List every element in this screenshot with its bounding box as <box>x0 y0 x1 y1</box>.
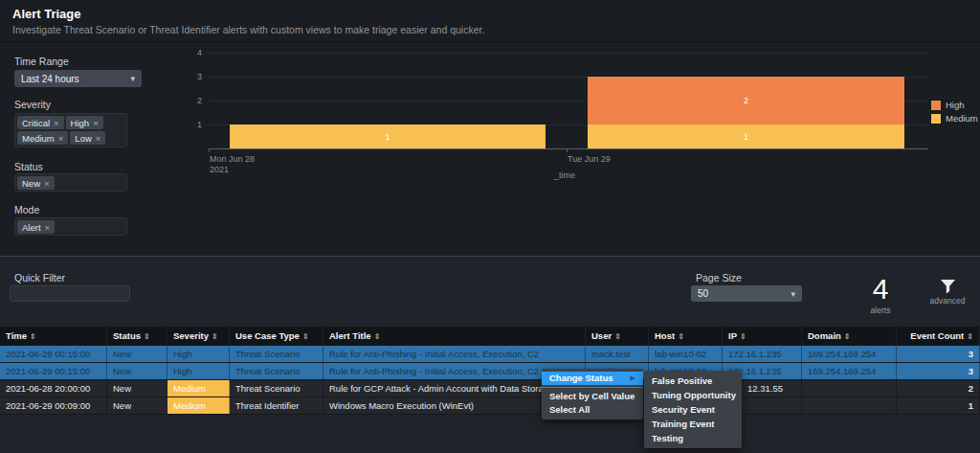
filter-tag-medium[interactable]: Medium× <box>17 131 68 145</box>
column-header-ip[interactable]: IP⇕ <box>723 327 802 346</box>
severity-filter-box[interactable]: Critical×High×Medium×Low× <box>14 113 127 147</box>
column-header-time[interactable]: Time⇕ <box>0 327 107 346</box>
alerts-timechart: 1234112Mon Jun 282021Tue Jun 29 _time Hi… <box>187 42 980 256</box>
alert-count: 4 alerts <box>852 275 909 315</box>
table-row[interactable]: 2021-06-29 00:09:00NewMediumThreat Ident… <box>0 397 980 415</box>
remove-tag-icon[interactable]: × <box>93 118 99 128</box>
advanced-label: advanced <box>919 296 976 306</box>
sort-icon[interactable]: ⇕ <box>614 332 621 341</box>
quick-filter-input[interactable] <box>10 285 130 302</box>
sort-icon[interactable]: ⇕ <box>967 332 973 341</box>
cell-status: New <box>107 346 167 362</box>
mode-filter-box[interactable]: Alert× <box>14 217 127 236</box>
sort-icon[interactable]: ⇕ <box>740 332 746 341</box>
menu-item-label: Select All <box>549 403 590 417</box>
advanced-filter-button[interactable]: advanced <box>919 280 976 306</box>
column-header-event_count[interactable]: Event Count⇕ <box>897 327 980 346</box>
chevron-down-icon: ▾ <box>791 289 795 299</box>
bar-segment-medium[interactable]: 1 <box>588 125 904 148</box>
remove-tag-icon[interactable]: × <box>45 222 51 233</box>
bar-segment-high[interactable]: 2 <box>588 77 904 125</box>
column-header-status[interactable]: Status⇕ <box>107 327 167 346</box>
filter-tag-new[interactable]: New× <box>17 176 55 190</box>
y-axis-tick-label: 3 <box>187 72 202 81</box>
menu-item-change-status[interactable]: Change Status▶ <box>542 372 643 385</box>
y-axis-tick-label: 1 <box>187 120 202 129</box>
remove-tag-icon[interactable]: × <box>96 133 101 144</box>
cell-user: mack.test <box>586 346 649 362</box>
menu-divider <box>542 387 643 388</box>
filter-tag-low[interactable]: Low× <box>70 131 105 145</box>
submenu-item-security-event[interactable]: Security Event <box>644 402 742 417</box>
cell-event_count: 2 <box>897 380 980 396</box>
filter-tag-high[interactable]: High× <box>66 116 103 129</box>
sort-icon[interactable]: ⇕ <box>144 332 150 341</box>
cell-severity: High <box>167 346 230 362</box>
time-range-dropdown[interactable]: Last 24 hours ▾ <box>14 70 142 87</box>
cell-severity: Medium <box>167 380 230 396</box>
alert-count-label: alerts <box>852 306 909 315</box>
filter-tag-alert[interactable]: Alert× <box>17 220 55 234</box>
x-axis-tick <box>209 148 210 152</box>
sort-icon[interactable]: ⇕ <box>844 332 851 341</box>
submenu-item-training-event[interactable]: Training Event <box>644 417 742 431</box>
filter-tag-critical[interactable]: Critical× <box>17 116 64 129</box>
cell-domain <box>802 397 897 414</box>
table-row[interactable]: 2021-06-29 00:15:00NewHighThreat Scenari… <box>0 363 980 380</box>
x-axis-title: _time <box>526 170 603 180</box>
cell-event_count: 1 <box>897 397 980 414</box>
cell-host: lab-win10-02 <box>649 346 723 362</box>
page-size-label: Page Size <box>696 272 742 283</box>
menu-item-label: Change Status <box>549 372 613 385</box>
remove-tag-icon[interactable]: × <box>58 133 64 144</box>
cell-domain: 169.254.169.254 <box>802 346 897 362</box>
column-header-use_case_type[interactable]: Use Case Type⇕ <box>230 327 323 346</box>
y-axis-tick-label: 4 <box>187 48 202 57</box>
page-size-dropdown[interactable]: 50 ▾ <box>691 285 802 302</box>
menu-item-select-by-cell-value[interactable]: Select by Cell Value <box>542 390 643 403</box>
legend-item-high[interactable]: High <box>931 100 978 110</box>
column-header-domain[interactable]: Domain⇕ <box>802 327 897 346</box>
submenu-arrow-icon: ▶ <box>631 372 635 385</box>
bar-segment-medium[interactable]: 1 <box>230 125 546 148</box>
submenu-item-testing[interactable]: Testing <box>644 431 742 445</box>
legend-item-medium[interactable]: Medium <box>931 113 978 124</box>
sort-icon[interactable]: ⇕ <box>678 332 684 341</box>
menu-item-select-all[interactable]: Select All <box>542 403 643 417</box>
sort-icon[interactable]: ⇕ <box>374 332 381 341</box>
x-axis-tick-label: Tue Jun 29 <box>568 154 611 165</box>
page-header: Alert Triage Investigate Threat Scenario… <box>0 0 980 42</box>
submenu-item-tuning-opportunity[interactable]: Tuning Opportunity <box>644 388 742 402</box>
submenu-item-false-positive[interactable]: False Positive <box>644 374 742 388</box>
sort-icon[interactable]: ⇕ <box>212 332 218 341</box>
column-header-severity[interactable]: Severity⇕ <box>167 327 230 346</box>
cell-severity: High <box>167 363 230 379</box>
legend-swatch <box>931 101 941 110</box>
column-header-user[interactable]: User⇕ <box>586 327 649 346</box>
chevron-down-icon: ▾ <box>130 74 135 83</box>
cell-time: 2021-06-29 00:09:00 <box>0 397 107 414</box>
table-row[interactable]: 2021-06-29 00:15:00NewHighThreat Scenari… <box>0 346 980 363</box>
y-axis-tick-label: 2 <box>187 96 202 105</box>
legend-swatch <box>931 114 941 124</box>
column-header-alert_title[interactable]: Alert Title⇕ <box>323 327 586 346</box>
x-axis-line <box>209 148 928 149</box>
table-row[interactable]: 2021-06-28 20:00:00NewMediumThreat Scena… <box>0 380 980 397</box>
cell-status: New <box>107 397 167 414</box>
change-status-submenu: False PositiveTuning OpportunitySecurity… <box>644 371 742 448</box>
remove-tag-icon[interactable]: × <box>54 118 59 128</box>
table-header-row: Time⇕Status⇕Severity⇕Use Case Type⇕Alert… <box>0 327 980 346</box>
mode-label: Mode <box>14 204 39 215</box>
status-filter-box[interactable]: New× <box>14 173 127 192</box>
sort-icon[interactable]: ⇕ <box>30 332 36 341</box>
remove-tag-icon[interactable]: × <box>44 178 50 189</box>
cell-use_case_type: Threat Scenario <box>230 346 323 362</box>
alerts-table-panel: Quick Filter Page Size 50 ▾ 4 alerts adv… <box>0 256 980 453</box>
x-axis-tick-label: Mon Jun 282021 <box>210 154 255 175</box>
time-range-label: Time Range <box>14 56 69 67</box>
legend-label: High <box>946 100 965 110</box>
alerts-table: Time⇕Status⇕Severity⇕Use Case Type⇕Alert… <box>0 327 980 415</box>
sort-icon[interactable]: ⇕ <box>302 332 309 341</box>
menu-item-label: Select by Cell Value <box>549 390 635 403</box>
column-header-host[interactable]: Host⇕ <box>649 327 723 346</box>
